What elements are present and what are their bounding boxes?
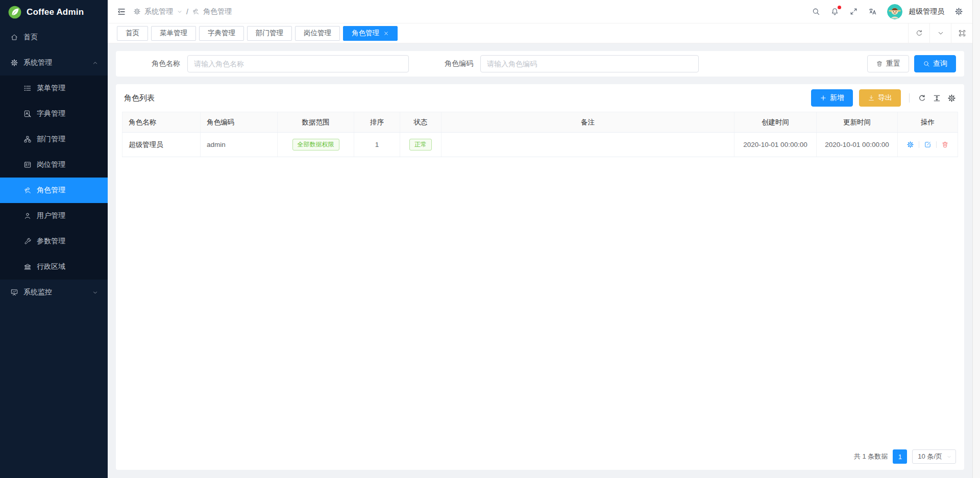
sidebar-item-dept-management[interactable]: 部门管理 — [0, 127, 108, 152]
sidebar-item-home[interactable]: 首页 — [0, 24, 108, 50]
row-delete-trash-icon[interactable] — [941, 141, 949, 148]
role-name-input[interactable] — [187, 55, 409, 72]
cell-remark — [442, 133, 734, 157]
tab-dept-management[interactable]: 部门管理 — [247, 26, 292, 41]
close-icon[interactable] — [383, 31, 389, 36]
col-header-created[interactable]: 创建时间 — [734, 112, 817, 133]
home-icon — [10, 33, 18, 41]
card-title: 角色列表 — [124, 93, 155, 103]
org-tree-icon — [23, 135, 32, 143]
sidebar-item-menu-management[interactable]: 菜单管理 — [0, 76, 108, 101]
reset-button-label: 重置 — [886, 59, 900, 68]
tab-label: 字典管理 — [208, 29, 235, 38]
pagination-page-1[interactable]: 1 — [893, 449, 907, 464]
sidebar-item-label: 部门管理 — [37, 135, 65, 144]
sidebar-item-label: 菜单管理 — [37, 84, 65, 93]
tab-home[interactable]: 首页 — [117, 26, 148, 41]
table-header-row: 角色名称 角色编码 数据范围 排序 状态 备注 创建时间 更新时间 操作 — [122, 112, 958, 133]
query-button[interactable]: 查询 — [914, 55, 956, 72]
sidebar-item-label: 用户管理 — [37, 211, 65, 220]
sidebar-item-label: 行政区域 — [37, 262, 65, 271]
gear-icon — [10, 59, 18, 67]
search-icon[interactable] — [812, 7, 820, 16]
tab-label: 角色管理 — [352, 29, 379, 38]
avatar-image — [887, 4, 902, 19]
tab-bar: 首页 菜单管理 字典管理 部门管理 岗位管理 角色管理 — [108, 23, 972, 43]
action-divider — [936, 141, 937, 148]
download-icon — [868, 94, 875, 102]
sidebar-item-system-monitor[interactable]: 系统监控 — [0, 280, 108, 305]
spring-leaf-logo-icon — [8, 6, 21, 19]
sidebar-item-user-management[interactable]: 用户管理 — [0, 203, 108, 229]
export-button[interactable]: 导出 — [859, 89, 901, 107]
notifications-button[interactable] — [830, 7, 839, 16]
search-form-card: 角色名称 角色编码 重置 查询 — [116, 51, 964, 77]
table-refresh-icon[interactable] — [918, 94, 926, 103]
list-icon — [23, 84, 32, 92]
sidebar-item-role-management[interactable]: 角色管理 — [0, 178, 108, 203]
row-height-icon[interactable] — [933, 94, 941, 103]
query-button-label: 查询 — [933, 59, 947, 68]
menu-fold-icon[interactable] — [117, 7, 126, 16]
cell-data-scope: 全部数据权限 — [278, 133, 354, 157]
col-header-data-scope[interactable]: 数据范围 — [278, 112, 354, 133]
chevron-down-icon — [92, 289, 99, 296]
col-header-actions: 操作 — [898, 112, 958, 133]
sidebar-item-dict-management[interactable]: 字典管理 — [0, 101, 108, 127]
col-header-status[interactable]: 状态 — [400, 112, 442, 133]
role-people-icon — [192, 8, 200, 15]
chevron-down-icon — [177, 9, 183, 15]
fullscreen-icon[interactable] — [849, 7, 858, 16]
tab-role-management[interactable]: 角色管理 — [343, 26, 398, 41]
sidebar-item-system-management[interactable]: 系统管理 — [0, 50, 108, 76]
add-button-label: 新增 — [830, 93, 844, 103]
breadcrumb: 系统管理 / 角色管理 — [133, 7, 232, 16]
col-header-updated[interactable]: 更新时间 — [817, 112, 898, 133]
tabs-refresh-button[interactable] — [908, 23, 929, 43]
role-code-form-item: 角色编码 — [437, 55, 699, 72]
tab-label: 岗位管理 — [304, 29, 331, 38]
sidebar-item-label: 首页 — [23, 33, 38, 42]
page-size-select[interactable]: 10 条/页 — [912, 449, 956, 464]
bank-icon — [23, 263, 32, 271]
content-maximize-button[interactable] — [951, 23, 972, 43]
breadcrumb-separator: / — [186, 8, 188, 16]
settings-gear-icon[interactable] — [954, 7, 963, 16]
reset-button[interactable]: 重置 — [867, 55, 909, 72]
col-header-role-name[interactable]: 角色名称 — [122, 112, 201, 133]
data-scope-tag: 全部数据权限 — [292, 139, 339, 150]
sidebar-item-label: 系统管理 — [23, 58, 52, 67]
tab-post-management[interactable]: 岗位管理 — [295, 26, 340, 41]
user-name[interactable]: 超级管理员 — [909, 7, 944, 16]
row-permission-gear-icon[interactable] — [906, 141, 914, 148]
sidebar-item-post-management[interactable]: 岗位管理 — [0, 152, 108, 178]
refresh-icon — [915, 29, 923, 37]
tab-dict-management[interactable]: 字典管理 — [199, 26, 244, 41]
column-settings-gear-icon[interactable] — [947, 94, 956, 103]
user-avatar[interactable] — [887, 4, 902, 19]
col-header-role-code[interactable]: 角色编码 — [201, 112, 278, 133]
add-button[interactable]: 新增 — [811, 89, 853, 107]
scrollbar[interactable] — [972, 0, 980, 478]
tabs-more-dropdown[interactable] — [929, 23, 951, 43]
cell-updated-time: 2020-10-01 00:00:00 — [817, 133, 898, 157]
chevron-down-icon — [946, 454, 952, 460]
wrench-icon — [23, 237, 32, 245]
tab-menu-management[interactable]: 菜单管理 — [151, 26, 196, 41]
sidebar-item-label: 参数管理 — [37, 237, 65, 246]
row-edit-icon[interactable] — [924, 141, 932, 148]
role-name-form-item: 角色名称 — [144, 55, 409, 72]
sidebar-item-admin-region[interactable]: 行政区域 — [0, 254, 108, 280]
cell-role-name: 超级管理员 — [122, 133, 201, 157]
breadcrumb-level1[interactable]: 系统管理 — [144, 7, 173, 16]
action-divider — [919, 141, 919, 148]
sidebar-item-param-management[interactable]: 参数管理 — [0, 229, 108, 254]
role-code-input[interactable] — [480, 55, 699, 72]
translate-icon[interactable] — [868, 7, 877, 16]
col-header-sort[interactable]: 排序 — [354, 112, 400, 133]
role-code-label: 角色编码 — [437, 59, 473, 68]
col-header-remark[interactable]: 备注 — [442, 112, 734, 133]
page-size-value: 10 条/页 — [918, 452, 942, 461]
table-row[interactable]: 超级管理员 admin 全部数据权限 1 正常 2020-10 — [122, 133, 958, 157]
sidebar: Coffee Admin 首页 系统管理 菜单管理 字典管理 — [0, 0, 108, 478]
